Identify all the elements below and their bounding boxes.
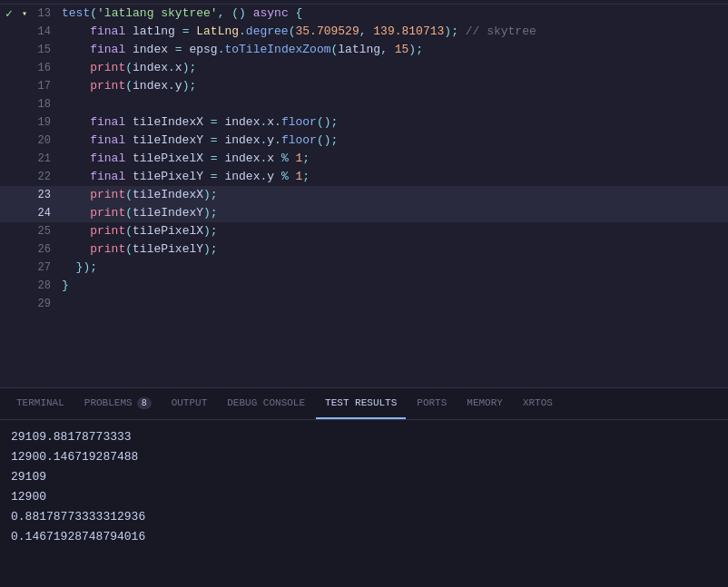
tab-label-ports: PORTS — [417, 397, 447, 408]
tab-label-xrtos: XRTOS — [523, 397, 553, 408]
bottom-panel: TERMINALPROBLEMS8OUTPUTDEBUG CONSOLETEST… — [0, 387, 728, 587]
code-content-23: print(tileIndexX); — [54, 186, 218, 204]
line-number-26: 26 — [33, 243, 51, 256]
tab-output[interactable]: OUTPUT — [162, 388, 217, 419]
line-gutter-22: 22 — [0, 171, 54, 183]
output-line-2: 29109 — [11, 467, 717, 487]
code-content-26: print(tilePixelY); — [54, 240, 218, 259]
tab-memory[interactable]: MEMORY — [457, 388, 512, 419]
code-line-19: 19 final tileIndexX = index.x.floor(); — [0, 113, 728, 132]
line-gutter-21: 21 — [0, 152, 54, 165]
line-number-29: 29 — [33, 298, 51, 310]
code-content-17: print(index.y); — [54, 77, 196, 95]
line-gutter-14: 14 — [0, 25, 54, 38]
line-number-27: 27 — [33, 261, 51, 274]
line-number-16: 16 — [33, 62, 51, 74]
code-line-27: 27 }); — [0, 259, 728, 277]
line-gutter-24: 24 — [0, 207, 54, 220]
line-gutter-26: 26 — [0, 243, 54, 256]
code-content-25: print(tilePixelX); — [54, 222, 218, 240]
line-number-13: 13 — [33, 7, 51, 20]
line-number-25: 25 — [33, 225, 51, 238]
code-content-19: final tileIndexX = index.x.floor(); — [54, 113, 338, 132]
line-gutter-27: 27 — [0, 261, 54, 274]
code-line-26: 26 print(tilePixelY); — [0, 240, 728, 259]
code-content-14: final latlng = LatLng.degree(35.709529, … — [54, 23, 536, 41]
code-line-20: 20 final tileIndexY = index.y.floor(); — [0, 132, 728, 150]
line-number-18: 18 — [33, 98, 51, 111]
line-gutter-17: 17 — [0, 80, 54, 93]
line-number-28: 28 — [33, 279, 51, 292]
tab-ports[interactable]: PORTS — [408, 388, 456, 419]
line-gutter-16: 16 — [0, 62, 54, 74]
tab-badge-problems: 8 — [137, 397, 152, 409]
code-line-23: 23 print(tileIndexX); — [0, 186, 728, 204]
code-content-24: print(tileIndexY); — [54, 204, 218, 222]
tab-label-problems: PROBLEMS — [84, 397, 133, 408]
line-gutter-19: 19 — [0, 116, 54, 129]
output-line-5: 0.14671928748794016 — [11, 527, 717, 547]
line-number-24: 24 — [33, 207, 51, 220]
code-line-14: 14 final latlng = LatLng.degree(35.70952… — [0, 23, 728, 41]
code-editor: ✓▾13test('latlang skytree', () async {14… — [0, 5, 728, 387]
output-line-3: 12900 — [11, 487, 717, 507]
tab-label-debug-console: DEBUG CONSOLE — [227, 397, 305, 408]
line-gutter-23: 23 — [0, 189, 54, 201]
line-gutter-29: 29 — [0, 298, 54, 310]
code-line-17: 17 print(index.y); — [0, 77, 728, 95]
line-arrow-13[interactable]: ▾ — [18, 8, 31, 19]
output-line-0: 29109.88178773333 — [11, 427, 717, 447]
line-gutter-18: 18 — [0, 98, 54, 111]
tab-debug-console[interactable]: DEBUG CONSOLE — [218, 388, 314, 419]
line-number-23: 23 — [33, 189, 51, 201]
output-line-4: 0.88178773333312936 — [11, 507, 717, 527]
code-line-21: 21 final tilePixelX = index.x % 1; — [0, 150, 728, 168]
code-content-16: print(index.x); — [54, 59, 196, 77]
tab-problems[interactable]: PROBLEMS8 — [75, 388, 161, 419]
tab-label-terminal: TERMINAL — [16, 397, 64, 408]
tab-terminal[interactable]: TERMINAL — [7, 388, 74, 419]
line-number-20: 20 — [33, 134, 51, 147]
tab-label-output: OUTPUT — [172, 397, 208, 408]
tab-bar: TERMINALPROBLEMS8OUTPUTDEBUG CONSOLETEST… — [0, 388, 728, 420]
line-number-17: 17 — [33, 80, 51, 93]
code-content-13: test('latlang skytree', () async { — [54, 5, 302, 23]
line-number-21: 21 — [33, 152, 51, 165]
line-gutter-28: 28 — [0, 279, 54, 292]
code-content-21: final tilePixelX = index.x % 1; — [54, 150, 310, 168]
code-content-28: } — [54, 277, 69, 295]
line-check-icon-13: ✓ — [2, 6, 16, 21]
tab-label-test-results: TEST RESULTS — [325, 397, 397, 408]
code-line-29: 29 — [0, 295, 728, 313]
code-line-25: 25 print(tilePixelX); — [0, 222, 728, 240]
code-line-15: 15 final index = epsg.toTileIndexZoom(la… — [0, 41, 728, 59]
code-content-27: }); — [54, 259, 97, 277]
line-number-19: 19 — [33, 116, 51, 129]
code-content-15: final index = epsg.toTileIndexZoom(latln… — [54, 41, 423, 59]
code-content-20: final tileIndexY = index.y.floor(); — [54, 132, 338, 150]
tab-xrtos[interactable]: XRTOS — [514, 388, 562, 419]
code-line-28: 28} — [0, 277, 728, 295]
line-number-14: 14 — [33, 25, 51, 38]
code-line-24: 24 print(tileIndexY); — [0, 204, 728, 222]
line-number-15: 15 — [33, 44, 51, 56]
output-area: 29109.8817877333312900.14671928748829109… — [0, 420, 728, 587]
code-line-13: ✓▾13test('latlang skytree', () async { — [0, 5, 728, 23]
code-content-22: final tilePixelY = index.y % 1; — [54, 168, 310, 186]
line-number-22: 22 — [33, 171, 51, 183]
tab-test-results[interactable]: TEST RESULTS — [316, 388, 406, 419]
tab-label-memory: MEMORY — [467, 397, 503, 408]
line-gutter-15: 15 — [0, 44, 54, 56]
output-line-1: 12900.146719287488 — [11, 447, 717, 467]
line-gutter-13: ✓▾13 — [0, 6, 54, 21]
line-gutter-20: 20 — [0, 134, 54, 147]
line-gutter-25: 25 — [0, 225, 54, 238]
code-line-16: 16 print(index.x); — [0, 59, 728, 77]
code-line-22: 22 final tilePixelY = index.y % 1; — [0, 168, 728, 186]
code-line-18: 18 — [0, 95, 728, 113]
